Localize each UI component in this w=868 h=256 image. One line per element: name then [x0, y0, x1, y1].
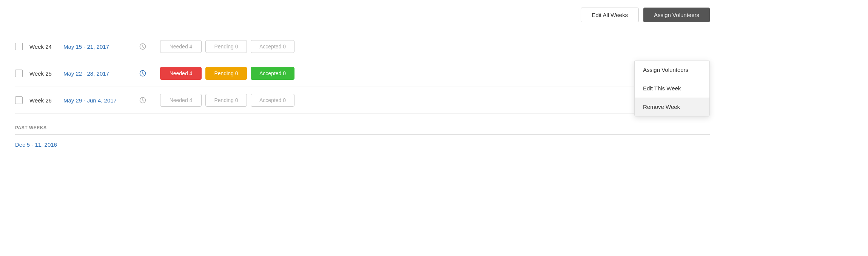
dropdown-assign-volunteers[interactable]: Assign Volunteers [635, 61, 709, 79]
week-24-accepted: Accepted 0 [251, 40, 294, 53]
week-24-date: May 15 - 21, 2017 [63, 43, 139, 50]
week-24-checkbox[interactable] [15, 43, 23, 50]
week-25-actions: Assign Volunteers Edit This Week Remove … [688, 68, 710, 79]
week-26-date: May 29 - Jun 4, 2017 [63, 97, 139, 104]
week-25-date: May 22 - 28, 2017 [63, 70, 139, 77]
week-26-checkbox[interactable] [15, 96, 23, 104]
past-weeks-section: PAST WEEKS Dec 5 - 11, 2016 [15, 125, 710, 148]
week-26-clock [139, 96, 153, 104]
week-row-24: Week 24 May 15 - 21, 2017 Needed 4 Pendi… [15, 33, 710, 60]
assign-volunteers-button[interactable]: Assign Volunteers [643, 8, 710, 22]
week-24-needed: Needed 4 [160, 40, 202, 53]
week-25-clock [139, 70, 153, 77]
week-24-label: Week 24 [29, 43, 63, 50]
dropdown-edit-this-week[interactable]: Edit This Week [635, 79, 709, 98]
week-25-needed: Needed 4 [160, 67, 202, 80]
week-26-accepted: Accepted 0 [251, 94, 294, 107]
week-row-25: Week 25 May 22 - 28, 2017 Needed 4 Pendi… [15, 60, 710, 87]
week-26-badges: Needed 4 Pending 0 Accepted 0 [160, 94, 664, 107]
edit-all-weeks-button[interactable]: Edit All Weeks [581, 8, 639, 22]
week-25-badges: Needed 4 Pending 0 Accepted 0 [160, 67, 688, 80]
week-26-pending: Pending 0 [205, 94, 247, 107]
week-row-26: Week 26 May 29 - Jun 4, 2017 Needed 4 Pe… [15, 87, 710, 114]
past-week-date-0: Dec 5 - 11, 2016 [15, 141, 57, 148]
week-24-pending: Pending 0 [205, 40, 247, 53]
week-26-needed: Needed 4 [160, 94, 202, 107]
week-25-accepted: Accepted 0 [251, 67, 294, 80]
toolbar: Edit All Weeks Assign Volunteers [15, 8, 710, 22]
past-weeks-divider [15, 134, 710, 135]
week-24-badges: Needed 4 Pending 0 Accepted 0 [160, 40, 664, 53]
dropdown-remove-week[interactable]: Remove Week [635, 98, 709, 116]
week-25-label: Week 25 [29, 70, 63, 77]
week-26-label: Week 26 [29, 97, 63, 104]
weeks-list: Week 24 May 15 - 21, 2017 Needed 4 Pendi… [15, 33, 710, 114]
week-24-clock [139, 43, 153, 50]
week-25-pending: Pending 0 [205, 67, 247, 80]
page-container: Edit All Weeks Assign Volunteers Week 24… [0, 0, 725, 155]
week-25-checkbox[interactable] [15, 70, 23, 77]
week-25-dropdown: Assign Volunteers Edit This Week Remove … [634, 60, 710, 116]
past-weeks-label: PAST WEEKS [15, 125, 710, 130]
